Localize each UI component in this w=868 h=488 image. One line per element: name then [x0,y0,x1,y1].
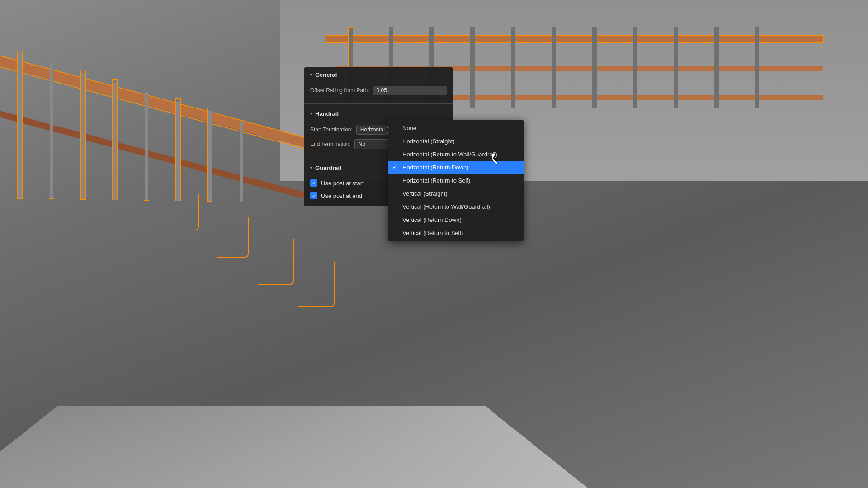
general-section-content: Offset Railing from Path: [304,82,453,102]
dropdown-item-horiz-return-down[interactable]: Horizontal (Return Down) [388,161,524,174]
use-post-start-label: Use post at start [321,180,364,187]
wall-post-7 [592,27,597,108]
use-post-end-label: Use post at end [321,192,362,199]
wall-post-4 [470,27,475,108]
baluster-2-outline [49,60,54,199]
offset-field-row: Offset Railing from Path: [304,84,453,97]
dropdown-item-horiz-return-down-label: Horizontal (Return Down) [402,164,469,171]
lower-rail-bar [0,108,306,199]
baluster-curve-4 [298,262,335,307]
wall-post-5 [511,27,515,108]
baluster-1-outline [17,51,23,199]
wall-rail-top-orange [325,35,824,43]
termination-dropdown-menu: None Horizontal (Straight) Horizontal (R… [388,120,524,241]
baluster-curve-2 [217,217,249,258]
dropdown-item-vert-return-down-label: Vertical (Return Down) [402,216,462,223]
dropdown-item-horiz-return-wall-label: Horizontal (Return to Wall/Guardrail) [402,151,497,158]
use-post-end-checkbox[interactable]: ✓ [310,192,317,199]
handrail-section-title: Handrail [315,110,339,117]
baluster-8-outline [239,117,244,202]
general-section-header[interactable]: ▾ General [304,67,453,82]
dropdown-item-none-label: None [402,125,416,131]
guardrail-chevron-icon: ▾ [310,165,312,170]
dropdown-item-vert-straight[interactable]: Vertical (Straight) [388,187,524,200]
baluster-5-outline [144,89,149,201]
baluster-4-outline [112,79,118,200]
general-section-title: General [315,71,337,78]
dropdown-item-none[interactable]: None [388,122,524,135]
dropdown-item-vert-return-self[interactable]: Vertical (Return to Self) [388,226,524,239]
dropdown-item-horiz-return-self[interactable]: Horizontal (Return to Self) [388,174,524,187]
baluster-7-outline [207,108,212,202]
end-termination-label: End Termination: [310,141,351,147]
use-post-start-checkbox[interactable]: ✓ [310,179,317,187]
dropdown-item-horiz-return-wall[interactable]: Horizontal (Return to Wall/Guardrail) [388,148,524,161]
dropdown-item-vert-return-wall-label: Vertical (Return to Wall/Guardrail) [402,203,490,210]
wall-post-9 [674,27,678,108]
offset-value-input[interactable] [373,86,447,95]
end-termination-value: No [359,141,365,147]
baluster-curve-1 [172,194,199,230]
dropdown-item-vert-return-wall[interactable]: Vertical (Return to Wall/Guardrail) [388,200,524,213]
baluster-3-outline [80,70,86,200]
wall-post-11 [755,27,760,108]
dropdown-item-horiz-straight-label: Horizontal (Straight) [402,138,455,145]
dropdown-item-horiz-straight[interactable]: Horizontal (Straight) [388,135,524,148]
divider-1 [304,103,453,104]
baluster-6-outline [175,98,181,201]
start-termination-label: Start Termination: [310,127,353,133]
offset-label: Offset Railing from Path: [310,87,369,94]
dropdown-item-horiz-return-self-label: Horizontal (Return to Self) [402,177,470,184]
foreground-railing [0,0,353,361]
dropdown-item-vert-return-self-label: Vertical (Return to Self) [402,230,463,236]
wall-post-10 [714,27,719,108]
guardrail-section-title: Guardrail [315,164,341,171]
dropdown-item-vert-return-down[interactable]: Vertical (Return Down) [388,213,524,226]
baluster-curve-3 [258,239,294,285]
wall-post-6 [552,27,556,108]
wall-post-8 [633,27,637,108]
handrail-bar-outline [0,53,321,152]
handrail-chevron-icon: ▾ [310,111,312,116]
checkmark-2-icon: ✓ [312,193,316,198]
checkmark-icon: ✓ [312,181,316,186]
handrail-section-header[interactable]: ▾ Handrail [304,106,453,121]
general-chevron-icon: ▾ [310,72,312,77]
dropdown-item-vert-straight-label: Vertical (Straight) [402,190,448,197]
floor-grid [0,406,616,488]
